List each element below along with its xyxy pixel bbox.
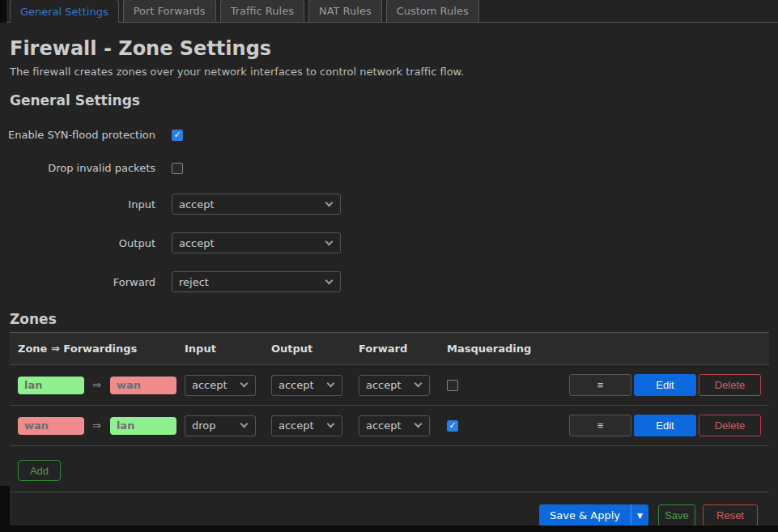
bottom-edge-strip: [0, 526, 778, 532]
check-icon: ✓: [173, 130, 181, 139]
save-apply-button[interactable]: Save & Apply: [539, 504, 631, 526]
syn-flood-checkbox[interactable]: ✓: [172, 130, 183, 141]
row2-delete-button[interactable]: Delete: [699, 415, 761, 436]
row2-forward-value: accept: [366, 419, 402, 432]
chevron-down-icon: ▼: [637, 512, 643, 520]
col-output: Output: [271, 343, 359, 355]
row2-input-value: drop: [192, 419, 216, 432]
chevron-down-icon: [327, 380, 335, 388]
chevron-down-icon: [240, 380, 249, 388]
row2-edit-button[interactable]: Edit: [634, 415, 696, 436]
table-row-wan-lan: wan ⇒ lan drop accept accept ✓: [10, 406, 769, 446]
forward-arrow: ⇒: [92, 419, 101, 432]
row1-input-select[interactable]: accept: [185, 375, 256, 396]
row2-forward-select[interactable]: accept: [359, 415, 430, 436]
row1-input-value: accept: [192, 379, 227, 391]
check-icon: ✓: [449, 421, 456, 430]
forward-select[interactable]: reject: [172, 271, 341, 292]
col-input: Input: [185, 343, 271, 355]
tab-port-forwards[interactable]: Port Forwards: [123, 0, 216, 22]
output-select-value: accept: [179, 237, 215, 249]
chevron-down-icon: [415, 380, 423, 388]
reset-button[interactable]: Reset: [703, 504, 758, 526]
form-row-output: Output accept: [0, 223, 778, 262]
forward-label: Forward: [0, 276, 155, 288]
tab-nat-rules[interactable]: NAT Rules: [308, 0, 382, 22]
input-label: Input: [0, 198, 155, 211]
zones-table-header: Zone ⇒ Forwardings Input Output Forward …: [10, 333, 769, 365]
row1-delete-button[interactable]: Delete: [699, 374, 761, 396]
forward-select-value: reject: [179, 276, 209, 288]
chevron-down-icon: [240, 420, 249, 428]
col-zone-forwardings: Zone ⇒ Forwardings: [10, 343, 185, 355]
form-row-forward: Forward reject: [0, 262, 778, 301]
tab-bar: General Settings Port Forwards Traffic R…: [0, 0, 778, 23]
row1-edit-button[interactable]: Edit: [634, 374, 696, 396]
table-row-lan-wan: lan ⇒ wan accept accept accept ✓: [10, 365, 769, 406]
add-zone-button[interactable]: Add: [18, 460, 61, 481]
zone-badge-lan: lan: [18, 377, 84, 394]
row1-forward-select[interactable]: accept: [359, 375, 430, 396]
page-subtitle: The firewall creates zones over your net…: [10, 66, 778, 78]
page-actions: Save & Apply ▼ Save Reset: [10, 492, 769, 526]
chevron-down-icon: [325, 237, 334, 245]
row1-output-value: accept: [278, 379, 314, 391]
save-button[interactable]: Save: [658, 504, 695, 526]
chevron-down-icon: [325, 276, 334, 284]
row2-output-select[interactable]: accept: [271, 415, 342, 436]
drop-invalid-label: Drop invalid packets: [0, 162, 155, 174]
save-apply-dropdown-button[interactable]: ▼: [631, 504, 648, 526]
form-row-input: Input accept: [0, 185, 778, 223]
row1-sort-menu-button[interactable]: ≡: [569, 374, 631, 396]
zone-badge-lan: lan: [110, 417, 176, 435]
col-masquerading: Masquerading: [447, 343, 569, 355]
top-left-edge-strip: [0, 0, 6, 23]
form-row-syn-flood: Enable SYN-flood protection ✓: [0, 118, 778, 151]
col-forward: Forward: [359, 343, 447, 355]
tab-custom-rules[interactable]: Custom Rules: [386, 0, 479, 22]
row2-input-select[interactable]: drop: [185, 415, 256, 436]
input-select[interactable]: accept: [172, 194, 341, 215]
row2-sort-menu-button[interactable]: ≡: [569, 415, 631, 436]
zone-badge-wan: wan: [18, 417, 84, 435]
row1-masquerading-checkbox[interactable]: ✓: [447, 380, 458, 391]
output-select[interactable]: accept: [172, 232, 341, 253]
form-row-drop-invalid: Drop invalid packets ✓: [0, 151, 778, 185]
row1-output-select[interactable]: accept: [271, 375, 342, 396]
syn-flood-label: Enable SYN-flood protection: [0, 129, 155, 141]
input-select-value: accept: [179, 198, 215, 211]
chevron-down-icon: [415, 420, 423, 428]
drop-invalid-checkbox[interactable]: ✓: [172, 163, 183, 174]
chevron-down-icon: [325, 198, 334, 206]
row2-masquerading-checkbox[interactable]: ✓: [447, 420, 458, 432]
forward-arrow: ⇒: [92, 379, 101, 391]
page-title: Firewall - Zone Settings: [10, 37, 778, 60]
zone-badge-wan: wan: [110, 377, 176, 394]
tab-general-settings[interactable]: General Settings: [10, 0, 119, 23]
output-label: Output: [0, 237, 155, 249]
save-apply-group: Save & Apply ▼: [539, 504, 648, 526]
section-heading-general: General Settings: [10, 92, 778, 109]
row1-forward-value: accept: [366, 379, 402, 391]
section-heading-zones: Zones: [10, 311, 778, 327]
tab-traffic-rules[interactable]: Traffic Rules: [220, 0, 304, 22]
zones-table: Zone ⇒ Forwardings Input Output Forward …: [10, 332, 769, 446]
chevron-down-icon: [327, 420, 335, 428]
row2-output-value: accept: [278, 419, 314, 432]
general-settings-form: Enable SYN-flood protection ✓ Drop inval…: [0, 118, 778, 301]
